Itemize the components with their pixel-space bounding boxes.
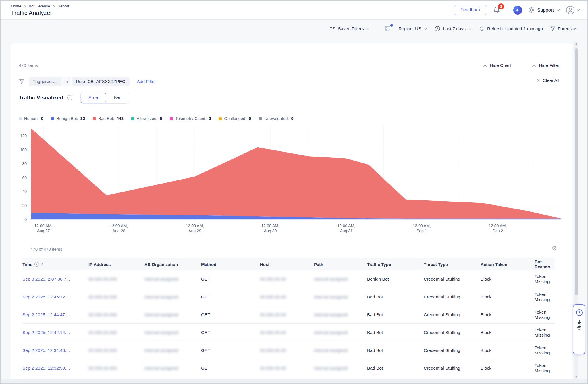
forensics-label: Forensics [558,26,577,31]
as-organization-cell: internal assigned [144,348,201,353]
event-time-link[interactable]: Sep 3 2025, 2:07:36.7... [22,277,88,282]
path-cell: internal assigned [314,312,367,317]
as-organization-cell: internal assigned [144,366,201,371]
filter-bar: Triggered ... In Rule_CB_AFXXXTZPEC Add … [19,77,156,86]
breadcrumb-home[interactable]: Home [11,4,21,8]
y-axis-tick-label: 80 [14,161,27,166]
user-menu[interactable] [566,6,580,15]
breadcrumb-report[interactable]: Report [57,4,69,8]
refresh-button[interactable]: Refresh: Updated 1 min ago [479,26,543,32]
legend-color-chip [170,117,173,120]
x-axis-tick-label: 12:00 AM,Aug 28 [110,223,128,234]
host-cell: 00.000.00.00 [260,366,314,371]
sort-icon[interactable]: ▲ ▼ [41,263,43,266]
method-cell: GET [201,277,260,282]
scrollbar-thumb[interactable] [575,48,578,295]
saved-filters-icon [329,26,335,31]
time-range-selector[interactable]: Last 7 days [435,26,472,32]
hide-chart-toggle[interactable]: Hide Chart [483,63,511,68]
scroll-up-icon[interactable]: ▲ [574,42,578,45]
legend-color-chip [259,117,262,120]
table-row: Sep 3 2025, 2:07:36.7... 00.000.00.000 i… [22,270,555,288]
threat-type-cell: Credential Stuffing [424,366,481,371]
event-time-link[interactable]: Sep 2 2025, 12:34:46.... [22,348,88,353]
x-axis-tick-label: 12:00 AM,Aug 29 [186,223,204,234]
legend-item[interactable]: Bad Bot: 448 [93,116,124,121]
support-menu[interactable]: Support [528,7,560,13]
filter-value-chip[interactable]: Rule_CB_AFXXXTZPEC [72,77,130,86]
toolbar-divider [377,25,377,32]
bot-reason-cell: Token Missing [535,310,555,320]
ai-assistant-button[interactable] [513,6,522,15]
chevron-down-icon [366,28,370,30]
lifering-icon [528,7,535,13]
legend-item[interactable]: Challenged: 0 [219,116,251,121]
host-cell: 00.000.00.00 [260,294,314,300]
saved-filters-button[interactable]: Saved Filters [329,26,370,31]
scroll-down-icon[interactable]: ▼ [574,375,578,378]
host-cell: 00.000.00.00 [260,330,314,335]
method-cell: GET [201,294,260,300]
ip-address-cell: 00.000.00.000 [88,277,144,282]
region-selector[interactable]: Region: US [398,26,427,31]
legend-value: 32 [80,116,85,121]
notifications-button[interactable]: 2 [493,6,501,14]
legend-color-chip [19,117,22,120]
refresh-label: Refresh: Updated 1 min ago [487,26,543,31]
legend-item[interactable]: Unevaluated: 0 [259,116,294,121]
chart-title: Traffic Visualized [19,94,63,101]
info-icon[interactable]: i [34,262,39,267]
hide-chart-label: Hide Chart [490,63,511,68]
column-header-time[interactable]: Time i ▲ ▼ [22,262,88,267]
as-organization-cell: internal assigned [144,312,201,317]
column-header: Action Taken [481,262,535,267]
legend-value: 0 [160,116,162,121]
threat-type-cell: Credential Stuffing [424,294,481,300]
hide-filter-toggle[interactable]: Hide Filter [532,63,559,68]
x-axis-tick-label: 12:00 AM,Aug 27 [34,223,53,234]
legend-item[interactable]: Allowlisted: 0 [131,116,162,121]
event-time-link[interactable]: Sep 2 2025, 12:42:14.... [22,330,88,335]
table-row: Sep 2 2025, 12:34:46.... 00.000.00.000 i… [22,341,555,359]
event-time-link[interactable]: Sep 2 2025, 12:32:59.... [22,366,88,371]
info-icon[interactable]: i [67,95,72,100]
horizontal-scrollbar-track[interactable] [1,379,587,383]
chart-legend: Human: 0 Benign Bot: 32 Bad Bot: 448 [19,116,294,121]
chevron-right-icon [24,5,26,8]
path-cell: internal assigned [314,348,367,353]
event-time-link[interactable]: Sep 2 2025, 12:45:12.... [22,294,88,300]
breadcrumb: Home Bot Defense Report [11,4,69,8]
action-taken-cell: Block [481,312,535,317]
breadcrumb-bot-defense[interactable]: Bot Defense [29,4,50,8]
legend-item[interactable]: Benign Bot: 32 [51,116,85,121]
chevron-down-icon [424,28,427,30]
bar-toggle-button[interactable]: Bar [106,92,129,103]
traffic-type-cell: Bad Bot [367,348,424,353]
chart-type-toggle: Area Bar [80,92,129,104]
notification-badge: 2 [498,3,504,9]
filter-operator-chip[interactable]: In [61,77,71,86]
legend-color-chip [131,117,134,120]
legend-item[interactable]: Telemetry Client: 0 [170,116,211,121]
column-header: Bot Reason [535,259,555,269]
method-cell: GET [201,330,260,335]
save-filter-button[interactable] [384,25,391,32]
clear-all-button[interactable]: ✕ Clear All [537,78,559,83]
report-toolbar: Saved Filters Region: US Last 7 days [329,25,577,32]
action-taken-cell: Block [481,348,535,353]
unsaved-changes-dot [390,24,393,27]
event-time-link[interactable]: Sep 2 2025, 12:44:47.... [22,312,88,317]
help-tab[interactable]: ? Help [573,304,585,354]
filter-field-chip[interactable]: Triggered ... [29,77,61,86]
threat-type-cell: Credential Stuffing [424,330,481,335]
column-header: Path [314,262,367,267]
traffic-type-cell: Bad Bot [367,312,424,317]
save-icon [384,25,391,32]
table-settings-gear-icon[interactable]: ⚙ [552,245,557,252]
area-toggle-button[interactable]: Area [81,92,106,103]
feedback-button[interactable]: Feedback [454,5,487,15]
legend-item[interactable]: Human: 0 [19,116,43,121]
threat-type-cell: Credential Stuffing [424,277,481,282]
forensics-button[interactable]: Forensics [550,26,577,31]
add-filter-button[interactable]: Add Filter [137,79,156,84]
